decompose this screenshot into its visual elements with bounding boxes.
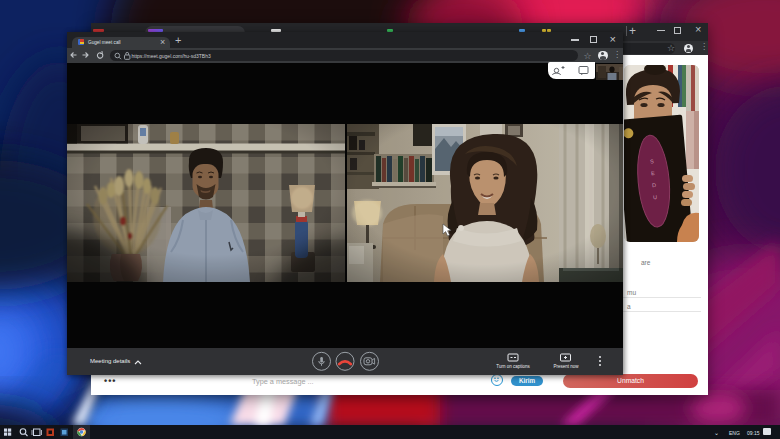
svg-text:U: U	[653, 194, 658, 200]
svg-text:D: D	[652, 182, 657, 188]
